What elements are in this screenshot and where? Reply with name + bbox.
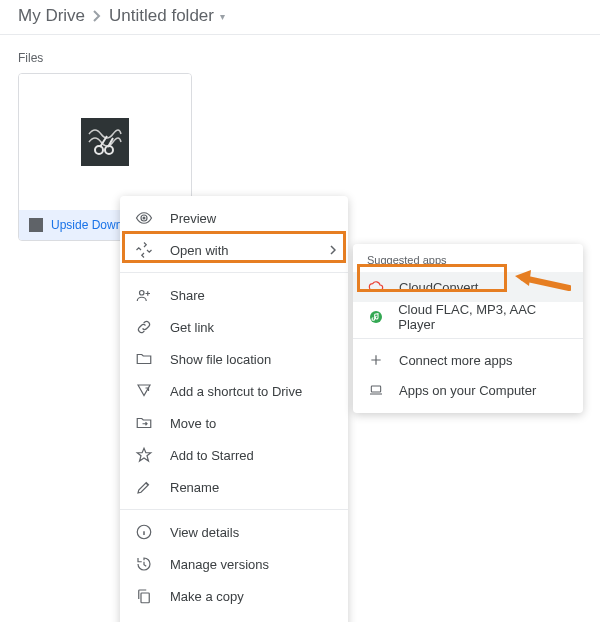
menu-download[interactable]: Download: [120, 612, 348, 622]
breadcrumb: My Drive Untitled folder ▾: [0, 0, 600, 35]
submenu-label: CloudConvert: [399, 280, 479, 295]
cloudconvert-icon: [367, 279, 385, 295]
svg-rect-5: [141, 593, 149, 603]
file-thumbnail: [19, 74, 191, 210]
open-with-icon: [134, 240, 154, 260]
audio-file-icon: [29, 218, 43, 232]
history-icon: [134, 554, 154, 574]
menu-separator: [120, 272, 348, 273]
menu-rename[interactable]: Rename: [120, 471, 348, 503]
chevron-down-icon[interactable]: ▾: [220, 11, 225, 22]
svg-rect-7: [371, 386, 380, 392]
submenu-section-label: Suggested apps: [353, 250, 583, 272]
folder-icon: [134, 349, 154, 369]
menu-show-location[interactable]: Show file location: [120, 343, 348, 375]
menu-open-with[interactable]: Open with: [120, 234, 348, 266]
star-icon: [134, 445, 154, 465]
context-menu: Preview Open with Share Get link Show fi…: [120, 196, 348, 622]
section-label-files: Files: [0, 35, 600, 73]
menu-label: Get link: [170, 320, 214, 335]
menu-add-starred[interactable]: Add to Starred: [120, 439, 348, 471]
menu-label: Share: [170, 288, 205, 303]
submenu-apps-computer[interactable]: Apps on your Computer: [353, 375, 583, 405]
laptop-icon: [367, 382, 385, 398]
submenu-label: Connect more apps: [399, 353, 512, 368]
menu-add-shortcut[interactable]: Add a shortcut to Drive: [120, 375, 348, 407]
rename-icon: [134, 477, 154, 497]
submenu-cloudconvert[interactable]: CloudConvert: [353, 272, 583, 302]
link-icon: [134, 317, 154, 337]
menu-label: View details: [170, 525, 239, 540]
submenu-label: Cloud FLAC, MP3, AAC Player: [398, 302, 569, 332]
submenu-connect-more[interactable]: Connect more apps: [353, 345, 583, 375]
chevron-right-icon: [330, 245, 336, 255]
menu-share[interactable]: Share: [120, 279, 348, 311]
menu-label: Add a shortcut to Drive: [170, 384, 302, 399]
menu-label: Preview: [170, 211, 216, 226]
menu-separator: [120, 509, 348, 510]
menu-label: Rename: [170, 480, 219, 495]
plus-icon: [367, 353, 385, 367]
submenu-label: Apps on your Computer: [399, 383, 536, 398]
menu-manage-versions[interactable]: Manage versions: [120, 548, 348, 580]
music-app-icon: [367, 309, 384, 325]
svg-point-3: [140, 291, 145, 296]
menu-label: Make a copy: [170, 589, 244, 604]
move-icon: [134, 413, 154, 433]
menu-move-to[interactable]: Move to: [120, 407, 348, 439]
audio-thumb-icon: [81, 118, 129, 166]
shortcut-icon: [134, 381, 154, 401]
menu-label: Add to Starred: [170, 448, 254, 463]
svg-point-2: [143, 217, 146, 220]
menu-label: Show file location: [170, 352, 271, 367]
menu-get-link[interactable]: Get link: [120, 311, 348, 343]
open-with-submenu: Suggested apps CloudConvert Cloud FLAC, …: [353, 244, 583, 413]
download-icon: [134, 618, 154, 622]
breadcrumb-root[interactable]: My Drive: [18, 6, 85, 26]
submenu-flac-player[interactable]: Cloud FLAC, MP3, AAC Player: [353, 302, 583, 332]
breadcrumb-folder[interactable]: Untitled folder: [109, 6, 214, 26]
svg-point-0: [95, 146, 103, 154]
menu-label: Manage versions: [170, 557, 269, 572]
menu-view-details[interactable]: View details: [120, 516, 348, 548]
menu-make-copy[interactable]: Make a copy: [120, 580, 348, 612]
submenu-separator: [353, 338, 583, 339]
menu-preview[interactable]: Preview: [120, 202, 348, 234]
eye-icon: [134, 208, 154, 228]
menu-label: Open with: [170, 243, 229, 258]
menu-label: Move to: [170, 416, 216, 431]
info-icon: [134, 522, 154, 542]
share-icon: [134, 285, 154, 305]
file-name: Upside Down: [51, 218, 122, 232]
copy-icon: [134, 586, 154, 606]
chevron-right-icon: [93, 10, 101, 22]
